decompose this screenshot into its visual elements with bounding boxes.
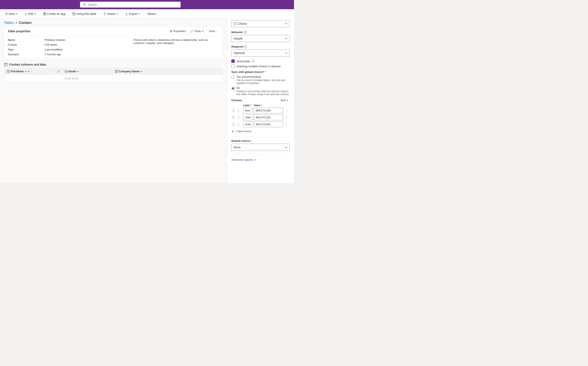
drag-handle-1[interactable] [232, 116, 236, 119]
svg-rect-16 [4, 63, 7, 66]
required-info-icon[interactable]: i [244, 45, 247, 48]
create-app-button[interactable]: Create an app [41, 11, 67, 16]
choice-label-input-2[interactable] [243, 122, 253, 127]
chevron-fullname-icon [27, 70, 30, 72]
data-table-header: Full Name Email Company Name [4, 68, 222, 75]
toolbar-divider-5 [122, 12, 122, 16]
search-input[interactable] [88, 3, 178, 6]
search-icon [83, 3, 86, 6]
header-bar [0, 0, 294, 9]
yes-radio-button[interactable] [231, 76, 235, 79]
advanced-options-button[interactable]: Advanced options [231, 157, 257, 163]
col-email-label: Email [69, 70, 76, 73]
value-col-header: Value * [254, 104, 283, 107]
col-header-edit[interactable] [55, 68, 62, 75]
new-choice-button[interactable]: + New choice [231, 129, 252, 134]
primary-col-value: Full Name [45, 43, 130, 46]
toolbar-divider-6 [144, 12, 144, 16]
svg-rect-26 [234, 23, 236, 25]
choice-type-dropdown[interactable]: Choice [231, 20, 290, 27]
data-table-row: Enter email [4, 75, 222, 82]
breadcrumb-tables-link[interactable]: Tables [4, 21, 14, 25]
column-icon-fullname [7, 70, 10, 73]
no-radio-row[interactable]: No Creates a local choice that can only … [231, 86, 290, 96]
no-radio-button[interactable] [231, 87, 235, 90]
choice-ellipsis-0[interactable]: ⋮ [284, 108, 289, 113]
multiple-choices-checkbox[interactable] [231, 65, 235, 68]
drag-handle-0[interactable] [232, 109, 236, 112]
yes-radio-row[interactable]: Yes (recommended) Can be used in multipl… [231, 75, 290, 85]
name-label: Name [8, 38, 41, 41]
advanced-button[interactable]: Advan... [146, 11, 160, 16]
choices-title: Choices [231, 99, 242, 102]
choice-label-input-1[interactable] [243, 114, 253, 120]
sync-label-text: Sync with global choice? [231, 70, 264, 74]
breadcrumb-current: Contact [19, 21, 31, 25]
export-label: Export [129, 12, 137, 15]
searchable-checkbox[interactable] [231, 60, 235, 63]
toolbar-divider-4 [100, 12, 100, 16]
behavior-select[interactable]: Simple [231, 35, 290, 42]
advanced-label: Advan... [147, 12, 158, 15]
choice-type-icon [234, 22, 237, 25]
tools-button[interactable]: Tools [189, 29, 205, 33]
properties-icon [169, 30, 172, 33]
multiple-choices-label: Selecting multiple choices is allowed [236, 65, 280, 68]
default-choice-select[interactable]: None [231, 144, 290, 151]
default-choice-label-text: Default choice [231, 139, 250, 143]
drag-handle-2[interactable] [232, 122, 236, 126]
edit-button[interactable]: Edit [23, 11, 38, 16]
toolbar-divider-3 [69, 12, 69, 16]
behavior-info-icon[interactable]: i [244, 31, 247, 34]
col-header-company[interactable]: Company Name [113, 68, 222, 75]
import-button[interactable]: Import [102, 11, 120, 16]
chevron-down-icon-tools [202, 30, 204, 32]
create-app-icon [43, 12, 46, 15]
color-swatch-0[interactable]: | [236, 108, 241, 113]
data-section-header: Contact columns and data [4, 61, 222, 68]
name-value: Contact [8, 43, 41, 46]
search-box[interactable] [80, 2, 181, 8]
default-choice-value: None [234, 146, 241, 149]
chevron-advanced-icon [254, 159, 257, 161]
col-header-email[interactable]: Email [62, 68, 113, 75]
cell-email[interactable]: Enter email [62, 75, 113, 82]
chevron-sort-icon [286, 99, 289, 101]
right-panel: Choice Behavior i Simple Required i Opti… [227, 18, 294, 183]
svg-rect-5 [45, 13, 46, 14]
svg-line-1 [85, 5, 86, 6]
primary-col-label: Primary column [45, 38, 130, 41]
choice-label-input-0[interactable] [243, 108, 253, 113]
col-header-fullname[interactable]: Full Name [4, 68, 55, 75]
new-button[interactable]: New [3, 11, 19, 16]
choice-ellipsis-2[interactable]: ⋮ [284, 122, 289, 127]
default-choice-section: Default choice * None [231, 139, 290, 151]
chevron-email-icon [77, 70, 79, 72]
card-header-actions: Properties Tools Sche... [168, 29, 219, 33]
export-button[interactable]: Export [123, 11, 142, 16]
using-table-button[interactable]: Using this table [71, 11, 98, 16]
no-radio-label: No [236, 86, 290, 90]
behavior-label: Behavior i [231, 30, 290, 34]
chevron-choice-icon [285, 23, 288, 25]
sort-label: Sort [281, 99, 286, 102]
choice-value-input-2[interactable] [254, 122, 283, 127]
breadcrumb-separator: > [15, 21, 17, 24]
searchable-info-icon[interactable]: i [252, 60, 255, 63]
color-swatch-2[interactable]: | [236, 122, 241, 127]
required-select[interactable]: Optional [231, 49, 290, 57]
choice-ellipsis-1[interactable]: ⋮ [284, 115, 289, 120]
choice-value-input-1[interactable] [254, 114, 283, 120]
chevron-down-icon-4 [138, 13, 140, 15]
cell-fullname [4, 75, 55, 82]
svg-point-15 [171, 31, 171, 32]
sort-button[interactable]: Sort [279, 98, 290, 102]
type-value: Standard [8, 53, 41, 56]
data-table: Full Name Email Company Name [4, 68, 222, 83]
last-modified-label: Last modified [45, 48, 130, 51]
choice-value-input-0[interactable] [254, 108, 283, 113]
properties-button[interactable]: Properties [168, 29, 187, 33]
yes-radio-desc: Can be used in multiple tables, and will… [236, 79, 290, 85]
color-swatch-1[interactable]: | [236, 115, 241, 120]
choice-row-1: | ⋮ [231, 114, 290, 120]
